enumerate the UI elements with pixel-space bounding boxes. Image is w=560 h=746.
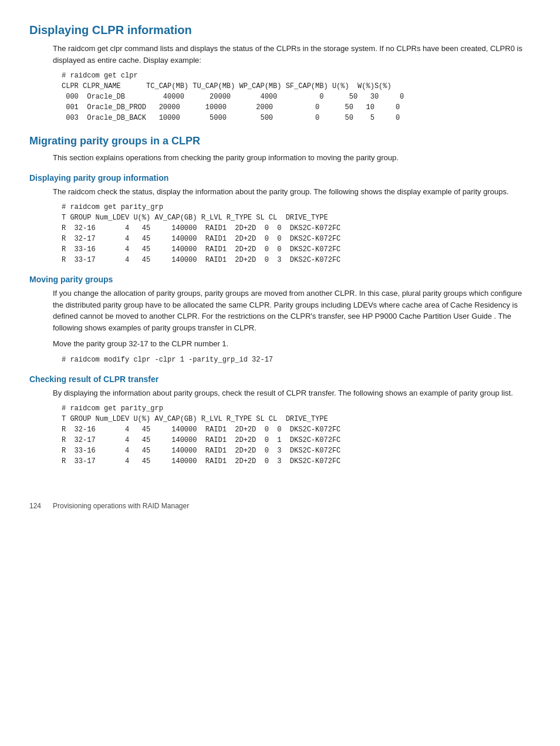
footer-page-number: 124 [29,502,41,510]
clpr-section-title: Displaying CLPR information [29,23,531,37]
migrating-body-text: This section explains operations from ch… [53,152,531,164]
moving-parity-body2: Move the parity group 32-17 to the CLPR … [53,338,531,350]
displaying-parity-subsection-title: Displaying parity group information [29,173,531,183]
checking-result-body: By displaying the information about pari… [53,387,531,399]
footer-text: Provisioning operations with RAID Manage… [53,502,189,510]
checking-result-subsection-title: Checking result of CLPR transfer [29,374,531,384]
displaying-parity-code: # raidcom get parity_grp T GROUP Num_LDE… [62,202,531,265]
moving-parity-code: # raidcom modify clpr -clpr 1 -parity_gr… [62,355,531,365]
displaying-parity-body: The raidcom check the status, display th… [53,186,531,198]
clpr-code-block: # raidcom get clpr CLPR CLPR_NAME TC_CAP… [62,70,531,123]
checking-result-code: # raidcom get parity_grp T GROUP Num_LDE… [62,403,531,467]
migrating-section-title: Migrating parity groups in a CLPR [29,135,531,147]
page-footer: 124 Provisioning operations with RAID Ma… [29,502,531,510]
moving-parity-subsection-title: Moving parity groups [29,275,531,284]
clpr-body-text: The raidcom get clpr command lists and d… [53,43,531,66]
moving-parity-body1: If you change the allocation of parity g… [53,288,531,333]
